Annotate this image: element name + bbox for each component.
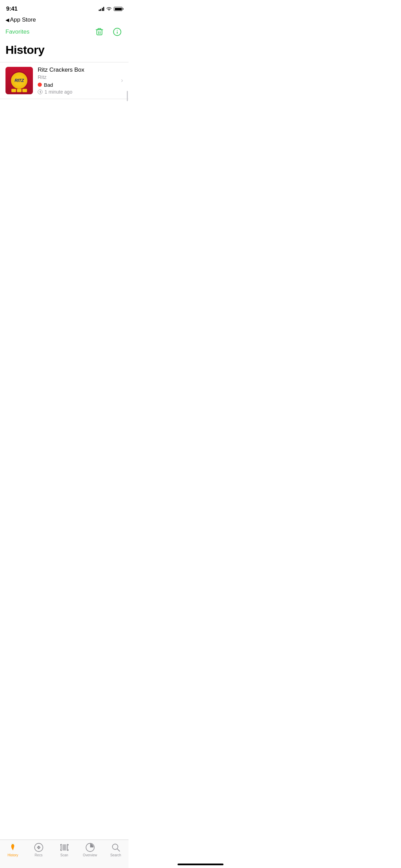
- favorites-link[interactable]: Favorites: [5, 28, 29, 35]
- table-row[interactable]: RITZ Ritz Crackers Box Ritz Bad 1 minute…: [0, 62, 129, 99]
- top-bar-actions: [94, 26, 123, 38]
- wifi-icon: [106, 7, 112, 11]
- product-name: Ritz Crackers Box: [38, 67, 118, 73]
- back-button[interactable]: App Store: [10, 16, 36, 23]
- product-time: 1 minute ago: [38, 89, 118, 95]
- time-text: 1 minute ago: [45, 89, 72, 95]
- chevron-right-icon: ›: [121, 77, 123, 84]
- clock-icon: [38, 89, 42, 94]
- page-title: History: [0, 40, 129, 62]
- delete-button[interactable]: [94, 26, 105, 38]
- back-arrow-icon: ◀: [5, 17, 9, 23]
- history-list: RITZ Ritz Crackers Box Ritz Bad 1 minute…: [0, 62, 129, 99]
- info-icon: [113, 27, 122, 36]
- svg-rect-0: [97, 30, 102, 35]
- rating-dot: [38, 83, 42, 87]
- trash-icon: [95, 27, 104, 36]
- status-icons: [99, 7, 123, 11]
- product-brand: Ritz: [38, 74, 118, 80]
- signal-bars-icon: [99, 7, 105, 11]
- info-button[interactable]: [111, 26, 123, 38]
- nav-back[interactable]: ◀ App Store: [0, 15, 129, 25]
- product-thumbnail: RITZ: [5, 67, 33, 94]
- product-rating: Bad: [38, 82, 118, 88]
- battery-icon: [114, 7, 122, 11]
- scroll-indicator: [127, 91, 128, 101]
- top-bar: Favorites: [0, 25, 129, 40]
- product-info: Ritz Crackers Box Ritz Bad 1 minute ago: [38, 67, 118, 95]
- rating-text: Bad: [44, 82, 53, 88]
- status-time: 9:41: [6, 5, 17, 12]
- status-bar: 9:41: [0, 0, 129, 15]
